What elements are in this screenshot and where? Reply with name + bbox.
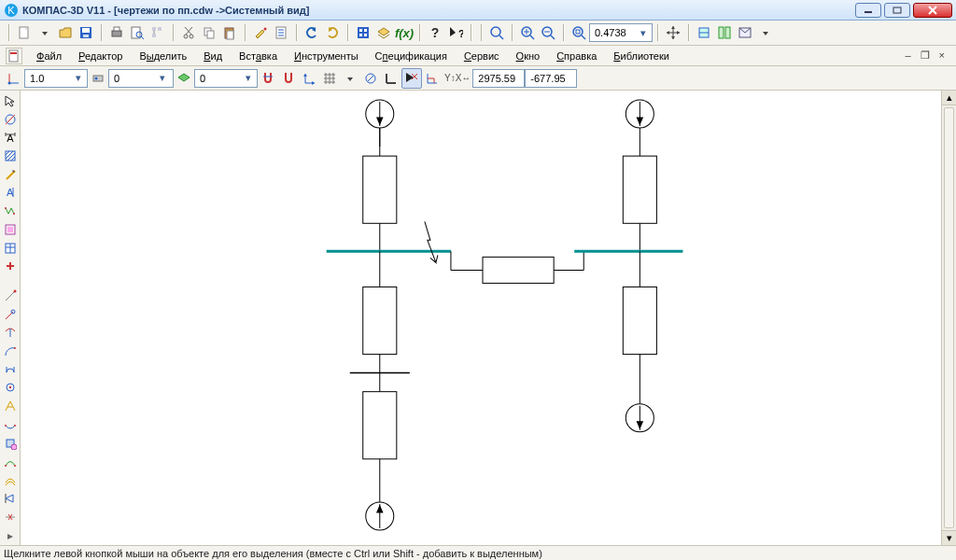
snap-toggle-2[interactable]	[278, 68, 299, 89]
pan-button[interactable]	[663, 22, 683, 43]
grid-dropdown[interactable]	[340, 68, 360, 89]
state-button[interactable]	[88, 68, 108, 89]
doc-icon[interactable]	[6, 48, 22, 64]
library-manager-button[interactable]	[353, 22, 373, 43]
layer-field[interactable]	[198, 72, 243, 85]
variables-button[interactable]: f(x)	[394, 22, 415, 43]
zoom-out-button[interactable]	[538, 22, 558, 43]
coord-origin-button[interactable]	[4, 68, 24, 89]
undo-button[interactable]	[302, 22, 322, 43]
zoom-dropdown-icon[interactable]: ▾	[638, 27, 649, 39]
coord-x-input[interactable]	[472, 69, 525, 88]
view-settings-button[interactable]	[735, 22, 755, 43]
zoom-value-field[interactable]	[593, 26, 638, 39]
open-button[interactable]	[55, 22, 76, 43]
menu-select[interactable]: Выделить	[131, 48, 195, 64]
polygon-icon[interactable]	[2, 380, 19, 397]
help-button[interactable]: ?	[425, 22, 445, 43]
round-button[interactable]	[360, 68, 381, 89]
doc-tree-button[interactable]	[148, 22, 168, 43]
layer-icon-button[interactable]	[174, 68, 194, 89]
ortho-button[interactable]	[381, 68, 401, 89]
drawing-canvas[interactable]	[21, 91, 941, 545]
coord-x-field[interactable]	[476, 72, 521, 85]
chevron-down-icon[interactable]: ▾	[157, 72, 168, 84]
zoom-window-button[interactable]	[486, 22, 507, 43]
menu-help[interactable]: Справка	[548, 48, 605, 64]
state-input[interactable]: ▾	[108, 69, 174, 88]
scroll-thumb[interactable]	[944, 107, 954, 528]
cursor-icon[interactable]	[2, 92, 19, 109]
axis-icon[interactable]: A	[2, 185, 19, 202]
trim-icon[interactable]	[2, 453, 19, 469]
table-icon[interactable]	[2, 240, 19, 257]
scroll-up-button[interactable]: ▴	[942, 91, 956, 105]
redo-button[interactable]	[322, 22, 343, 43]
menu-view[interactable]: Вид	[195, 48, 231, 64]
param-button[interactable]	[422, 68, 443, 89]
cut-button[interactable]	[178, 22, 199, 43]
snap-toggle-1[interactable]	[258, 68, 278, 89]
menu-file[interactable]: Файл	[28, 48, 70, 64]
multiline-icon[interactable]	[2, 203, 19, 219]
dimension-icon[interactable]: A	[2, 129, 19, 146]
vertical-scrollbar[interactable]: ▴ ▾	[941, 91, 956, 545]
snap-active-button[interactable]	[401, 68, 422, 89]
coord-y-field[interactable]	[528, 72, 573, 85]
menu-insert[interactable]: Вставка	[231, 48, 286, 64]
mdi-minimize-button[interactable]: –	[905, 49, 910, 62]
rebuild-button[interactable]	[714, 22, 735, 43]
print-preview-button[interactable]	[127, 22, 148, 43]
expand-icon[interactable]	[2, 528, 19, 545]
new-doc-dropdown[interactable]	[35, 22, 55, 43]
view-dropdown[interactable]	[755, 22, 776, 43]
circle-icon[interactable]	[2, 306, 19, 323]
close-button[interactable]	[913, 3, 952, 18]
mdi-close-button[interactable]: ×	[939, 49, 945, 62]
maximize-button[interactable]	[884, 3, 910, 18]
zoom-in-button[interactable]	[517, 22, 538, 43]
paste-button[interactable]	[219, 22, 240, 43]
mirror-icon[interactable]	[2, 490, 19, 507]
frame-icon[interactable]	[2, 221, 19, 238]
menu-libraries[interactable]: Библиотеки	[605, 48, 678, 64]
copy-button[interactable]	[199, 22, 219, 43]
save-button[interactable]	[76, 22, 96, 43]
ellipse-icon[interactable]	[2, 416, 19, 433]
snap-icon[interactable]	[2, 287, 19, 304]
format-painter-button[interactable]	[250, 22, 271, 43]
point-icon[interactable]	[2, 398, 19, 414]
scroll-down-button[interactable]: ▾	[942, 530, 956, 545]
region-icon[interactable]	[2, 435, 19, 452]
curve-icon[interactable]	[2, 343, 19, 359]
menu-editor[interactable]: Редактор	[70, 48, 131, 64]
scale-field[interactable]	[28, 72, 73, 85]
chevron-down-icon[interactable]: ▾	[243, 72, 254, 84]
spline-icon[interactable]	[2, 361, 19, 378]
plus-icon[interactable]	[2, 258, 19, 274]
grid-button[interactable]	[319, 68, 340, 89]
mdi-restore-button[interactable]: ❐	[921, 49, 930, 62]
local-cs-button[interactable]	[299, 68, 319, 89]
context-help-button[interactable]: ?	[445, 22, 466, 43]
layer-input[interactable]: ▾	[194, 69, 258, 88]
refresh-view-button[interactable]	[694, 22, 714, 43]
offset-icon[interactable]	[2, 471, 19, 488]
scale-input[interactable]: ▾	[24, 69, 88, 88]
minimize-button[interactable]	[855, 3, 881, 18]
menu-spec[interactable]: Спецификация	[367, 48, 456, 64]
new-doc-button[interactable]	[14, 22, 35, 43]
zoom-value-input[interactable]: ▾	[589, 23, 653, 42]
zoom-scale-button[interactable]	[569, 22, 589, 43]
state-field[interactable]	[112, 72, 157, 85]
hatch-icon[interactable]	[2, 147, 19, 164]
text-icon[interactable]	[2, 166, 19, 183]
properties-button[interactable]	[271, 22, 291, 43]
macro-icon[interactable]	[2, 509, 19, 525]
chevron-down-icon[interactable]: ▾	[73, 72, 84, 84]
layers-button[interactable]	[373, 22, 394, 43]
arc-icon[interactable]	[2, 324, 19, 341]
menu-service[interactable]: Сервис	[456, 48, 508, 64]
menu-window[interactable]: Окно	[508, 48, 549, 64]
print-button[interactable]	[106, 22, 127, 43]
